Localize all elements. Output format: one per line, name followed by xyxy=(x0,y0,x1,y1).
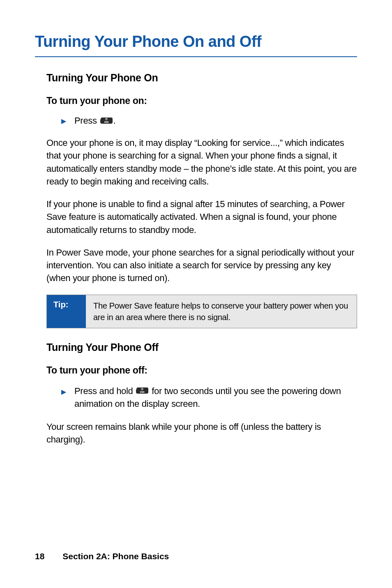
on-paragraph-1: Once your phone is on, it may display “L… xyxy=(46,136,357,188)
press-hold-step-text: Press and hold END for two seconds until… xyxy=(74,385,357,410)
press-step-text: Press END. xyxy=(74,115,115,127)
section-label: Section 2A: Phone Basics xyxy=(62,551,169,561)
tip-label: Tip: xyxy=(47,295,86,328)
press-hold-prefix: Press and hold xyxy=(74,386,135,396)
section-off-heading: Turning Your Phone Off xyxy=(46,341,357,353)
section-on-heading: Turning Your Phone On xyxy=(46,72,357,84)
on-paragraph-2: If your phone is unable to find a signal… xyxy=(46,198,357,236)
on-paragraph-3: In Power Save mode, your phone searches … xyxy=(46,246,357,285)
press-prefix: Press xyxy=(74,115,99,126)
page-title: Turning Your Phone On and Off xyxy=(35,33,357,57)
turn-off-step: ▶ Press and hold END for two seconds unt… xyxy=(46,385,357,410)
tip-text: The Power Save feature helps to conserve… xyxy=(86,295,357,328)
tip-box: Tip: The Power Save feature helps to con… xyxy=(46,295,357,328)
turn-on-subheading: To turn your phone on: xyxy=(46,95,357,106)
arrow-bullet-icon: ▶ xyxy=(61,387,66,397)
turn-off-subheading: To turn your phone off: xyxy=(46,365,357,376)
page-number: 18 xyxy=(35,551,44,561)
press-suffix: . xyxy=(113,115,116,126)
end-key-icon: END xyxy=(136,385,149,398)
arrow-bullet-icon: ▶ xyxy=(61,117,66,125)
svg-text:END: END xyxy=(140,391,145,393)
page-footer: 18 Section 2A: Phone Basics xyxy=(35,551,169,561)
turn-on-step: ▶ Press END. xyxy=(46,115,357,127)
content-area: Turning Your Phone On To turn your phone… xyxy=(35,72,357,446)
svg-text:END: END xyxy=(104,121,108,123)
end-key-icon: END xyxy=(100,116,113,127)
off-paragraph-1: Your screen remains blank while your pho… xyxy=(46,420,357,446)
